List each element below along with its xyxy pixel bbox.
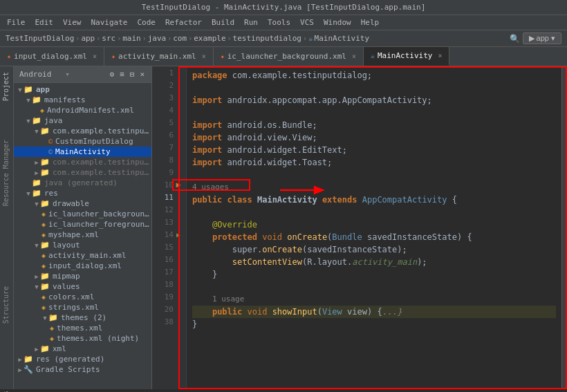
menu-navigate[interactable]: Navigate [87, 17, 132, 28]
code-line-2 [192, 82, 556, 94]
android-dropdown-icon[interactable]: ▾ [65, 70, 105, 79]
tab-activity-main-xml[interactable]: ✦ activity_main.xml × [104, 47, 214, 66]
tree-xml[interactable]: ▶ 📁 xml [14, 344, 151, 354]
xml-file-icon: ◈ [40, 106, 44, 114]
tree-ic-launcher-fg[interactable]: ◈ ic_launcher_foreground.xml (v24) [14, 219, 151, 230]
settings-icon[interactable]: ⚙ [109, 69, 116, 80]
project-tree: ▼ 📁 app ▼ 📁 manifests ◈ AndroidManifest.… [14, 83, 151, 389]
folder-icon9: 📁 [40, 199, 50, 208]
code-line-38: } [192, 318, 556, 330]
tree-layout[interactable]: ▼ 📁 layout [14, 240, 151, 250]
code-line-7: import android.widget.EditText; [192, 144, 556, 156]
tree-java-generated[interactable]: 📁 java (generated) [14, 178, 151, 188]
xml-icon5: ◈ [41, 221, 46, 228]
breadcrumb-example[interactable]: example [194, 34, 225, 43]
tree-res-generated[interactable]: ▶ 📁 res (generated) [14, 354, 151, 364]
gradle-icon: 🔧 [24, 365, 33, 374]
vertical-scrollbar[interactable] [561, 66, 567, 389]
breadcrumb-icon: ☕ [308, 34, 313, 43]
tree-gradle-scripts[interactable]: ▶ 🔧 Gradle Scripts [14, 364, 151, 375]
side-tab-structure[interactable]: Structure [0, 281, 13, 329]
tree-androidtest[interactable]: ▶ 📁 com.example.testinputdialog (android… [14, 157, 151, 167]
code-line-5: import android.os.Bundle; [192, 119, 556, 131]
menu-tools[interactable]: Tools [263, 17, 295, 28]
code-line-10: 4 usages [192, 181, 556, 194]
tree-ic-launcher-bg[interactable]: ◈ ic_launcher_background.xml [14, 209, 151, 219]
code-line-20: public void showInput(View view) {...} [192, 306, 556, 318]
tree-input-dialog[interactable]: ◈ input_dialog.xml [14, 261, 151, 271]
tree-androidmanifest[interactable]: ◈ AndroidManifest.xml [14, 105, 151, 115]
breadcrumb-app[interactable]: app [81, 34, 95, 43]
tree-values[interactable]: ▼ 📁 values [14, 281, 151, 292]
side-tab-resource-manager[interactable]: Resource Manager [0, 134, 13, 212]
menu-code[interactable]: Code [133, 17, 160, 28]
breadcrumb-testinputdialog2[interactable]: testinputdialog [233, 34, 301, 43]
tree-custominputdialog[interactable]: © CustomInputDialog [14, 136, 151, 147]
toolbar-right: 🔍 ▶ app ▾ [510, 32, 561, 44]
breadcrumb-src[interactable]: src [102, 34, 115, 43]
tab-ic-launcher-xml[interactable]: ✦ ic_launcher_background.xml × [214, 47, 364, 66]
close-tab2-icon[interactable]: × [202, 53, 206, 60]
breadcrumb-java[interactable]: java [148, 34, 167, 43]
tree-strings[interactable]: ◈ strings.xml [14, 302, 151, 312]
menu-window[interactable]: Window [319, 17, 355, 28]
menu-refactor[interactable]: Refactor [161, 17, 206, 28]
tree-mainactivity[interactable]: © MainActivity [14, 147, 151, 157]
tree-drawable[interactable]: ▼ 📁 drawable [14, 198, 151, 209]
tree-mipmap[interactable]: ▶ 📁 mipmap [14, 271, 151, 281]
tree-colors[interactable]: ◈ colors.xml [14, 292, 151, 302]
breadcrumb-main[interactable]: main [122, 34, 141, 43]
menu-build[interactable]: Build [207, 17, 239, 28]
tree-com-example[interactable]: ▼ 📁 com.example.testinputdialog [14, 126, 151, 136]
tree-themes-xml[interactable]: ◈ themes.xml [14, 323, 151, 333]
collapse-icon[interactable]: ⊟ [129, 69, 136, 80]
xml-icon12: ◈ [50, 335, 54, 342]
gutter-1: 1 [152, 66, 186, 79]
menu-help[interactable]: Help [357, 17, 384, 28]
xml-icon4: ◈ [41, 210, 46, 218]
gutter-2: 2 [152, 79, 186, 91]
tab-mainactivity-java[interactable]: ☕ MainActivity × [364, 47, 450, 66]
gutter-7: 7 [152, 141, 186, 153]
side-tab-bookmarks[interactable]: Bookmarks [0, 385, 13, 392]
run-config-btn[interactable]: ▶ app ▾ [523, 32, 561, 44]
tree-manifests[interactable]: ▼ 📁 manifests [14, 95, 151, 105]
code-content[interactable]: package com.example.testinputdialog; imp… [187, 66, 561, 389]
menu-vcs[interactable]: VCS [296, 17, 318, 28]
menu-view[interactable]: View [59, 17, 86, 28]
close-tab-icon[interactable]: × [93, 53, 97, 60]
tree-res[interactable]: ▼ 📁 res [14, 188, 151, 198]
code-line-13: @Override [192, 218, 556, 231]
gutter-16: 16 [152, 253, 186, 265]
tree-activity-main[interactable]: ◈ activity_main.xml [14, 250, 151, 261]
menu-run[interactable]: Run [240, 17, 262, 28]
expand-icon[interactable]: ≡ [118, 69, 126, 80]
code-line-16: setContentView(R.layout.activity_main); [192, 256, 556, 268]
breadcrumb-mainactivity[interactable]: MainActivity [315, 34, 369, 43]
tree-themes-night[interactable]: ◈ themes.xml (night) [14, 333, 151, 344]
title-text: TestInputDialog - MainActivity.java [Tes… [6, 3, 561, 12]
code-editor: 1 2 3 4 5 6 7 8 9 10▶ 11 12 13 14▶ 15 16… [152, 66, 567, 389]
gutter-18: 18 [152, 278, 186, 290]
code-line-8: import android.widget.Toast; [192, 156, 556, 169]
tree-app[interactable]: ▼ 📁 app [14, 84, 151, 95]
tree-themes[interactable]: ▼ 📁 themes (2) [14, 312, 151, 323]
menu-edit[interactable]: Edit [31, 17, 58, 28]
tab-input-dialog-xml[interactable]: ✦ input_dialog.xml × [0, 47, 104, 66]
menu-file[interactable]: File [3, 17, 30, 28]
search-icon[interactable]: 🔍 [510, 34, 520, 44]
breadcrumb-com[interactable]: com [173, 34, 187, 43]
run-line-icon[interactable]: ▶ [176, 231, 180, 239]
gutter-38: 38 [152, 315, 186, 328]
tree-myshape[interactable]: ◈ myshape.xml [14, 230, 151, 240]
side-tab-project[interactable]: Project [0, 66, 13, 106]
xml-icon: ✦ [7, 53, 11, 60]
tree-java[interactable]: ▼ 📁 java [14, 115, 151, 126]
close-tab3-icon[interactable]: × [352, 53, 356, 60]
folder-icon12: 📁 [40, 282, 50, 291]
gutter-15: 15 [152, 241, 186, 253]
close-panel-icon[interactable]: × [138, 69, 146, 80]
breadcrumb-testinputdialog[interactable]: TestInputDialog [6, 34, 74, 43]
close-tab4-icon[interactable]: × [438, 52, 442, 59]
tree-test[interactable]: ▶ 📁 com.example.testinputdialog (test) [14, 167, 151, 178]
